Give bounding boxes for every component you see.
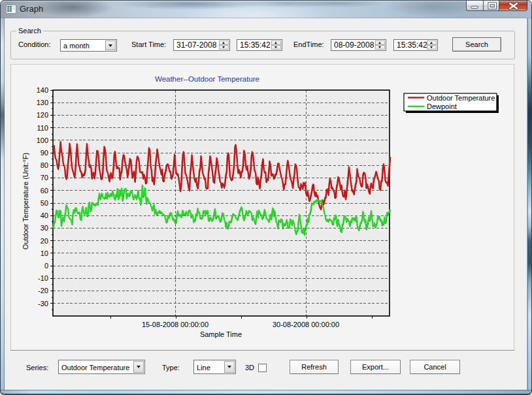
svg-text:120: 120	[37, 111, 48, 119]
svg-text:50: 50	[41, 199, 48, 207]
svg-text:30: 30	[41, 224, 48, 232]
svg-text:130: 130	[37, 99, 48, 106]
svg-text:80: 80	[41, 161, 48, 169]
svg-text:Outdoor Temperature (Unit:°F): Outdoor Temperature (Unit:°F)	[22, 153, 29, 249]
svg-text:15-08-2008 00:00:00: 15-08-2008 00:00:00	[142, 321, 208, 328]
svg-text:10: 10	[41, 249, 48, 257]
svg-text:Weather--Outdoor Temperature: Weather--Outdoor Temperature	[155, 75, 259, 83]
svg-text:Outdoor Temperature: Outdoor Temperature	[427, 94, 495, 102]
svg-text:Sample Time: Sample Time	[200, 330, 242, 338]
svg-text:140: 140	[37, 86, 48, 94]
svg-text:60: 60	[41, 187, 48, 195]
svg-text:70: 70	[41, 174, 48, 182]
svg-text:0: 0	[44, 262, 48, 270]
svg-text:110: 110	[37, 124, 48, 132]
svg-text:-20: -20	[38, 287, 48, 294]
svg-text:-10: -10	[38, 274, 48, 282]
svg-text:100: 100	[37, 136, 48, 144]
svg-text:90: 90	[41, 149, 48, 157]
svg-text:30-08-2008 00:00:00: 30-08-2008 00:00:00	[273, 321, 339, 328]
svg-text:-30: -30	[38, 300, 48, 308]
svg-text:Dewpoint: Dewpoint	[427, 103, 457, 110]
svg-text:40: 40	[41, 212, 48, 219]
svg-text:20: 20	[41, 237, 48, 245]
